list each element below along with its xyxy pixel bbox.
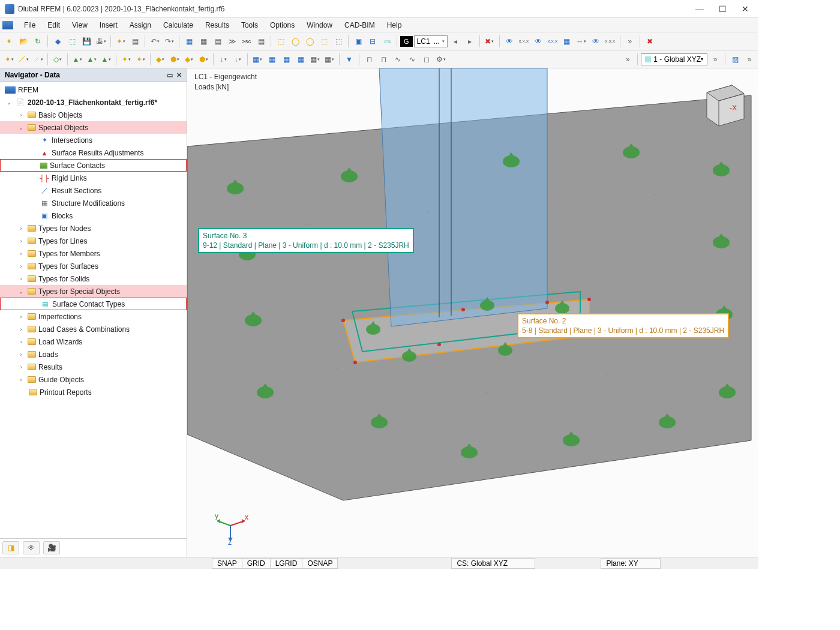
navigator-pin-icon[interactable]: ▭ [167, 71, 173, 79]
menu-results[interactable]: Results [199, 21, 235, 29]
solid3-icon[interactable]: ◆▾ [182, 53, 196, 66]
release-icon[interactable]: ✦▾ [134, 53, 147, 66]
chevron-right-icon[interactable]: › [17, 314, 25, 320]
select2-icon[interactable]: ◯ [289, 35, 302, 48]
tree-loads[interactable]: › Loads [0, 348, 187, 361]
tree-rigid-links[interactable]: ┤├ Rigid Links [0, 172, 187, 184]
tree-structure-mods[interactable]: ▦ Structure Modifications [0, 197, 187, 209]
tree-file[interactable]: ⌄ 📄 2020-10-13_Flächenkontakt_fertig.rf6… [0, 96, 187, 109]
maximize-button[interactable]: ☐ [716, 4, 728, 14]
navigator-close-icon[interactable]: ✕ [176, 71, 182, 79]
mesh6-icon[interactable]: ▦▾ [323, 53, 336, 66]
overflow4-icon[interactable]: » [743, 53, 756, 66]
select5-icon[interactable]: ⬚ [332, 35, 345, 48]
mesh5-icon[interactable]: ▦▾ [308, 53, 322, 66]
member-new-icon[interactable]: ⟋▾ [31, 53, 44, 66]
undo-icon[interactable]: ↶▾ [148, 35, 161, 48]
refresh-icon[interactable]: ↻ [31, 35, 44, 48]
chevron-right-icon[interactable]: › [17, 112, 25, 118]
xxx1-icon[interactable]: x.x.x [517, 35, 530, 48]
new-icon[interactable]: ✦ [2, 35, 16, 48]
coordinate-system-combo[interactable]: 1 - Global XYZ▾ [641, 53, 707, 65]
menu-calculate[interactable]: Calculate [157, 21, 199, 29]
tree-surface-contacts[interactable]: Surface Contacts [0, 159, 187, 172]
loadcase-selector[interactable]: LC1 ... ▾ [414, 35, 448, 47]
overflow1-icon[interactable]: » [623, 35, 637, 48]
menu-insert[interactable]: Insert [94, 21, 124, 29]
tree-results[interactable]: › Results [0, 361, 187, 373]
tree-load-wizards[interactable]: › Load Wizards [0, 335, 187, 348]
close-model-icon[interactable]: ✖ [643, 35, 656, 48]
redo-icon[interactable]: ↷▾ [163, 35, 176, 48]
dim1-icon[interactable]: ⊓ [362, 53, 376, 66]
load1-icon[interactable]: ↓▾ [217, 53, 230, 66]
status-grid[interactable]: GRID [242, 558, 271, 569]
menu-edit[interactable]: Edit [41, 21, 66, 29]
status-osnap[interactable]: OSNAP [302, 558, 338, 569]
mesh4-icon[interactable]: ▦ [294, 53, 307, 66]
chevron-right-icon[interactable]: › [17, 352, 25, 358]
gear-icon[interactable]: ⚙▾ [434, 53, 448, 66]
xxx2-icon[interactable]: x.x.x [546, 35, 559, 48]
report-icon[interactable]: ▤ [254, 35, 268, 48]
tree-surface-results-adj[interactable]: ▲ Surface Results Adjustments [0, 146, 187, 159]
open-icon[interactable]: 📂 [17, 35, 30, 48]
tree-intersections[interactable]: ✦ Intersections [0, 134, 187, 146]
view-cube[interactable]: -X [695, 76, 750, 131]
section-icon[interactable]: ⊟ [366, 35, 379, 48]
panel3-icon[interactable]: ▤ [211, 35, 224, 48]
mesh1-icon[interactable]: ▦▾ [251, 53, 264, 66]
eye-globe-icon[interactable]: 👁 [503, 35, 516, 48]
support1-icon[interactable]: ▲▾ [71, 53, 84, 66]
tree-printout[interactable]: Printout Reports [0, 386, 187, 398]
tree-load-cases[interactable]: › Load Cases & Combinations [0, 323, 187, 335]
select1-icon[interactable]: ⬚ [274, 35, 287, 48]
panel1-icon[interactable]: ▦ [182, 35, 196, 48]
chevron-right-icon[interactable]: › [17, 377, 25, 383]
cube-icon[interactable]: ⬚ [65, 35, 79, 48]
save-icon[interactable]: 💾 [80, 35, 93, 48]
menu-view[interactable]: View [66, 21, 94, 29]
chevron-right-icon[interactable]: › [17, 364, 25, 370]
tree-root[interactable]: RFEM [0, 83, 187, 96]
chevron-down-icon[interactable]: ⌄ [17, 289, 25, 295]
chevron-right-icon[interactable]: › [17, 263, 25, 269]
menu-tools[interactable]: Tools [235, 21, 264, 29]
select3-icon[interactable]: ◯ [303, 35, 316, 48]
load2-icon[interactable]: ↓▾ [231, 53, 244, 66]
flag-delete-icon[interactable]: ✖▾ [483, 35, 496, 48]
status-snap[interactable]: SNAP [212, 558, 242, 569]
eye3-icon[interactable]: 👁 [589, 35, 602, 48]
support2-icon[interactable]: ▲▾ [85, 53, 98, 66]
model-icon[interactable]: ◆ [51, 35, 64, 48]
doc-icon[interactable]: ▤ [128, 35, 142, 48]
3d-viewport[interactable]: LC1 - Eigengewicht Loads [kN] [187, 68, 758, 557]
menu-window[interactable]: Window [301, 21, 338, 29]
workplane-icon[interactable]: ▨ [728, 53, 742, 66]
support3-icon[interactable]: ▲▾ [100, 53, 113, 66]
measure-icon[interactable]: ↔▾ [575, 35, 588, 48]
chevron-down-icon[interactable]: ⌄ [5, 100, 13, 106]
script-icon[interactable]: ≫ [226, 35, 239, 48]
tree-basic-objects[interactable]: › Basic Objects [0, 109, 187, 121]
minimize-button[interactable]: — [694, 4, 706, 14]
menu-assign[interactable]: Assign [124, 21, 157, 29]
close-button[interactable]: ✕ [739, 4, 751, 14]
tree-types-nodes[interactable]: › Types for Nodes [0, 222, 187, 235]
mesh3-icon[interactable]: ▦ [280, 53, 293, 66]
tree-types-surfaces[interactable]: › Types for Surfaces [0, 260, 187, 272]
dim2-icon[interactable]: ⊓ [377, 53, 390, 66]
app-menu-icon[interactable] [2, 21, 13, 29]
solid2-icon[interactable]: ⬢▾ [168, 53, 181, 66]
cube2-icon[interactable]: ◻ [420, 53, 433, 66]
nav-tab-display-icon[interactable]: 👁 [23, 541, 40, 554]
tree-special-objects[interactable]: ⌄ Special Objects [0, 121, 187, 134]
node-new-icon[interactable]: ✦▾ [2, 53, 16, 66]
surface-new-icon[interactable]: ◇▾ [51, 53, 64, 66]
menu-help[interactable]: Help [381, 21, 408, 29]
tree-result-sections[interactable]: ／ Result Sections [0, 184, 187, 197]
tree-types-solids[interactable]: › Types for Solids [0, 272, 187, 285]
wizard-icon[interactable]: ✦▾ [114, 35, 127, 48]
solid1-icon[interactable]: ◆▾ [154, 53, 167, 66]
view-icon[interactable]: ▣ [352, 35, 365, 48]
